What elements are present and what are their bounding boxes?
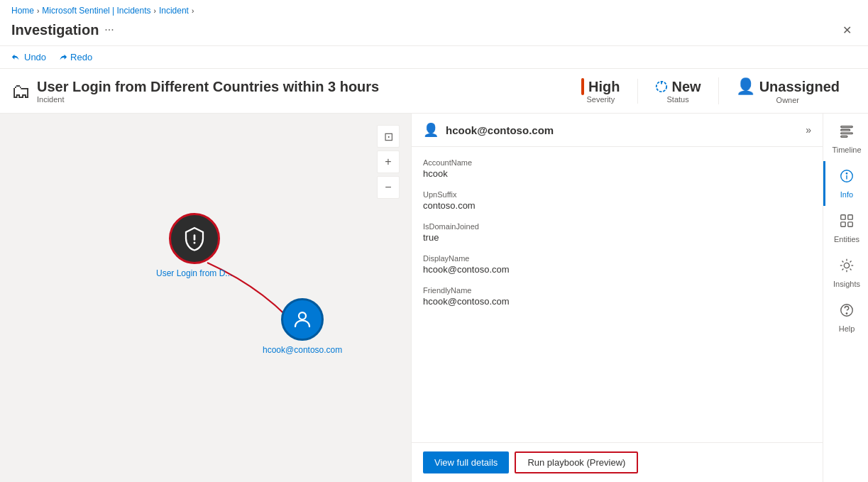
info-icon — [839, 168, 855, 187]
main-area: User Login from D... hcook@contoso.com ⊡… — [0, 114, 868, 482]
sidebar-item-entities[interactable]: Entities — [823, 206, 868, 251]
user-circle[interactable] — [281, 298, 324, 341]
owner-label: Owner — [776, 96, 799, 104]
insights-icon — [839, 258, 855, 277]
svg-rect-15 — [848, 222, 852, 226]
field-isdomainjoined-value: true — [423, 232, 811, 243]
title-row: Investigation ··· ✕ — [11, 20, 857, 45]
close-button[interactable]: ✕ — [837, 20, 857, 40]
sidebar-item-help[interactable]: Help — [823, 295, 868, 340]
sidebar-item-insights[interactable]: Insights — [823, 251, 868, 295]
field-friendlyname: FriendlyName hcook@contoso.com — [412, 280, 823, 312]
title-more-button[interactable]: ··· — [104, 23, 114, 36]
info-panel-user-icon: 👤 — [423, 122, 439, 138]
zoom-in-button[interactable]: + — [377, 150, 400, 173]
field-friendlyname-value: hcook@contoso.com — [423, 296, 811, 307]
incident-title-area: User Login from Different Countries with… — [37, 79, 553, 104]
severity-label: Severity — [586, 95, 615, 104]
svg-rect-12 — [841, 215, 845, 219]
user-icon — [292, 309, 313, 330]
insights-label: Insights — [833, 280, 860, 288]
breadcrumb-sentinel[interactable]: Microsoft Sentinel | Incidents — [42, 6, 150, 16]
severity-meta[interactable]: High Severity — [564, 78, 637, 104]
info-panel-title: hcook@contoso.com — [446, 124, 554, 136]
entities-label: Entities — [834, 235, 859, 243]
info-panel-expand-button[interactable]: » — [806, 124, 811, 136]
field-upnsuffix: UpnSuffix contoso.com — [412, 185, 823, 217]
field-isdomainjoined-label: IsDomainJoined — [423, 222, 811, 231]
field-accountname-value: hcook — [423, 168, 811, 179]
owner-value: 👤 Unassigned — [736, 77, 840, 96]
status-icon — [655, 80, 668, 93]
svg-line-21 — [842, 261, 843, 262]
status-meta[interactable]: New Status — [637, 79, 718, 104]
info-panel: 👤 hcook@contoso.com » AccountName hcook … — [411, 114, 823, 482]
svg-rect-8 — [841, 136, 847, 137]
field-accountname: AccountName hcook — [412, 153, 823, 185]
field-upnsuffix-value: contoso.com — [423, 200, 811, 211]
run-playbook-button[interactable]: Run playbook (Preview) — [515, 451, 638, 473]
field-accountname-label: AccountName — [423, 158, 811, 167]
severity-value: High — [581, 78, 620, 95]
svg-line-22 — [850, 269, 852, 270]
svg-line-24 — [842, 269, 843, 270]
svg-rect-7 — [841, 133, 853, 134]
incident-bar: 🗂 User Login from Different Countries wi… — [0, 69, 868, 114]
user-node-label: hcook@contoso.com — [263, 345, 342, 355]
shield-alert-icon — [182, 226, 207, 251]
help-icon — [839, 302, 855, 322]
svg-line-23 — [850, 261, 852, 262]
timeline-label: Timeline — [832, 146, 861, 154]
svg-rect-5 — [841, 126, 853, 128]
incident-meta: High Severity New Status 👤 Unassigned Ow… — [564, 77, 857, 104]
fit-view-button[interactable]: ⊡ — [377, 125, 400, 148]
investigation-canvas[interactable]: User Login from D... hcook@contoso.com ⊡… — [0, 114, 411, 482]
page-title: Investigation — [11, 22, 99, 38]
info-panel-header: 👤 hcook@contoso.com » — [412, 114, 823, 147]
undo-button[interactable]: Undo — [11, 52, 46, 62]
svg-point-11 — [846, 173, 847, 174]
owner-meta[interactable]: 👤 Unassigned Owner — [718, 77, 857, 104]
svg-point-3 — [193, 242, 195, 244]
breadcrumb-incident[interactable]: Incident — [159, 6, 189, 16]
undo-icon — [11, 53, 21, 62]
incident-node[interactable]: User Login from D... — [156, 213, 232, 278]
owner-icon: 👤 — [736, 77, 755, 96]
user-node[interactable]: hcook@contoso.com — [263, 298, 342, 355]
info-label: Info — [840, 190, 853, 199]
svg-point-26 — [846, 313, 847, 314]
status-value: New — [655, 79, 701, 95]
breadcrumb-home[interactable]: Home — [11, 6, 34, 16]
field-isdomainjoined: IsDomainJoined true — [412, 217, 823, 248]
incident-node-label: User Login from D... — [156, 268, 232, 278]
field-displayname: DisplayName hcook@contoso.com — [412, 248, 823, 280]
entities-icon — [839, 213, 855, 232]
svg-point-16 — [844, 263, 849, 268]
incident-subtitle: Incident — [37, 95, 553, 104]
info-panel-footer: View full details Run playbook (Preview) — [412, 442, 823, 482]
redo-icon — [57, 53, 67, 62]
sidebar-item-timeline[interactable]: Timeline — [823, 116, 868, 161]
side-nav: Timeline Info Entities — [823, 114, 868, 482]
svg-point-4 — [299, 312, 306, 319]
header: Home › Microsoft Sentinel | Incidents › … — [0, 0, 868, 46]
field-displayname-label: DisplayName — [423, 254, 811, 263]
zoom-out-button[interactable]: − — [377, 176, 400, 199]
incident-title: User Login from Different Countries with… — [37, 79, 553, 95]
svg-rect-6 — [841, 129, 850, 131]
severity-indicator — [581, 78, 584, 95]
svg-rect-13 — [848, 215, 852, 219]
field-friendlyname-label: FriendlyName — [423, 286, 811, 295]
breadcrumb: Home › Microsoft Sentinel | Incidents › … — [11, 6, 857, 16]
svg-rect-14 — [841, 222, 845, 226]
help-label: Help — [839, 324, 855, 333]
info-fields: AccountName hcook UpnSuffix contoso.com … — [412, 147, 823, 442]
incident-circle[interactable] — [169, 213, 220, 264]
sidebar-item-info[interactable]: Info — [823, 161, 868, 206]
view-full-details-button[interactable]: View full details — [423, 451, 509, 473]
canvas-connections — [0, 114, 411, 482]
field-displayname-value: hcook@contoso.com — [423, 264, 811, 275]
redo-button[interactable]: Redo — [57, 52, 92, 62]
timeline-icon — [839, 124, 855, 143]
toolbar: Undo Redo — [0, 46, 868, 69]
